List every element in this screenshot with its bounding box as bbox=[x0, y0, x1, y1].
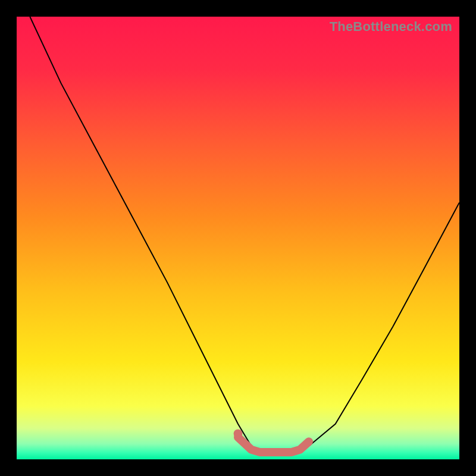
curve-layer bbox=[17, 17, 459, 459]
chart-frame: TheBottleneck.com bbox=[0, 0, 476, 476]
plot-area: TheBottleneck.com bbox=[17, 17, 459, 459]
optimal-zone-highlight bbox=[238, 437, 309, 452]
optimal-start-dot bbox=[234, 429, 243, 438]
bottleneck-curve bbox=[30, 17, 459, 455]
